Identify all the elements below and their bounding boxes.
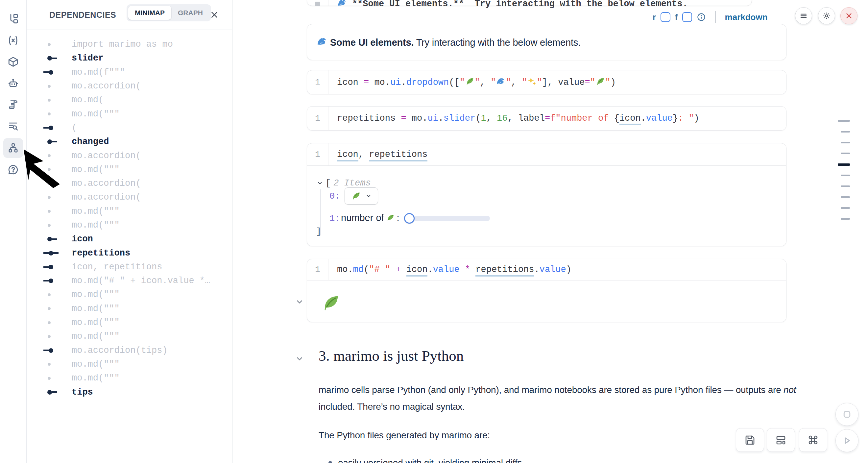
minimap-item-label: icon, repetitions	[72, 262, 162, 272]
minimap-item[interactable]: mo.md("""	[26, 371, 232, 385]
slider-track[interactable]	[412, 216, 490, 221]
collapse-section-chevron-icon[interactable]	[295, 354, 304, 363]
file-tree-icon[interactable]	[3, 9, 23, 29]
minimap-item[interactable]: mo.accordion(tips)	[26, 344, 232, 358]
minimap-item[interactable]: icon	[26, 232, 232, 246]
minimap-item[interactable]: slider	[26, 51, 232, 65]
leaf-emoji-icon	[351, 191, 361, 201]
dependency-graph-icon[interactable]	[3, 138, 23, 158]
scratchpad-search-icon[interactable]	[3, 116, 23, 136]
info-icon[interactable]	[697, 12, 706, 22]
f-checkbox[interactable]	[682, 12, 692, 22]
minimap-item[interactable]: repetitions	[26, 246, 232, 260]
tab-graph[interactable]: GRAPH	[171, 6, 210, 20]
minimap-item[interactable]: mo.md("""	[26, 302, 232, 316]
cell-marker[interactable]	[841, 131, 850, 132]
minimap-item[interactable]: mo.md(f"""	[26, 65, 232, 79]
connector-out-icon	[43, 56, 63, 61]
minimap-item[interactable]: (	[26, 121, 232, 135]
minimap-item[interactable]: import marimo as mo	[26, 37, 232, 51]
cell-marker[interactable]	[838, 163, 850, 166]
md-cell-toolbar: r f markdown	[653, 10, 768, 24]
cell-marker[interactable]	[841, 142, 850, 143]
stop-button[interactable]	[835, 403, 859, 426]
cell-dot-icon	[43, 43, 63, 46]
cell-marker[interactable]	[838, 120, 850, 122]
minimap-item[interactable]: tips	[26, 385, 232, 399]
language-mode-label[interactable]: markdown	[725, 12, 768, 22]
r-checkbox[interactable]	[660, 12, 671, 22]
wave-emoji-icon	[496, 76, 506, 87]
close-bracket: ]	[316, 227, 321, 237]
code-cell-md-concat[interactable]: 1 mo.md("# " + icon.value * repetitions.…	[307, 259, 786, 322]
index-1: 1:	[330, 214, 340, 224]
bullet-item: easily versioned with git, yielding mini…	[329, 455, 789, 463]
connector-both-icon	[43, 251, 63, 255]
collapse-chevron-icon[interactable]	[317, 180, 323, 186]
help-icon[interactable]	[3, 160, 23, 180]
minimap-item[interactable]: mo.md(	[26, 93, 232, 107]
minimap-item[interactable]: mo.md("""	[26, 288, 232, 302]
minimap-item[interactable]: mo.md("# " + icon.value *…	[26, 274, 232, 288]
code-line[interactable]: icon = mo.ui.dropdown(["", "", ""], valu…	[337, 76, 616, 88]
cell-marker[interactable]	[841, 218, 850, 220]
cell-marker[interactable]	[841, 207, 850, 209]
code-line[interactable]: icon, repetitions	[337, 150, 427, 159]
cell-dot-icon	[43, 85, 63, 88]
minimap-item[interactable]: mo.md("""	[26, 330, 232, 343]
minimap-item-label: mo.accordion(	[72, 192, 141, 202]
notebook-menu-button[interactable]	[795, 7, 812, 24]
minimap-item[interactable]: mo.md("""	[26, 358, 232, 371]
code-cell-tuple[interactable]: 1 icon, repetitions [ 2 Items 0: 1: numb…	[307, 143, 786, 246]
md-output-cell[interactable]: Some UI elements. Try interacting with t…	[307, 24, 786, 60]
tab-minimap[interactable]: MINIMAP	[128, 6, 171, 20]
minimap-item[interactable]: mo.accordion(	[26, 190, 232, 204]
minimap-item[interactable]: icon, repetitions	[26, 260, 232, 274]
ai-assistant-icon[interactable]	[3, 74, 23, 93]
code-line[interactable]: repetitions = mo.ui.slider(1, 16, label=…	[337, 114, 699, 123]
open-bracket: [	[326, 178, 331, 188]
minimap-item[interactable]: changed	[26, 135, 232, 149]
connector-out-icon	[43, 140, 63, 144]
collapse-output-chevron-icon[interactable]	[295, 298, 304, 306]
layout-button[interactable]	[767, 428, 795, 452]
leaf-emoji-icon	[465, 76, 475, 87]
minimap-item[interactable]: mo.md("""	[26, 218, 232, 232]
cell-marker[interactable]	[841, 153, 850, 154]
run-button[interactable]	[835, 429, 859, 452]
keyboard-shortcuts-button[interactable]	[799, 428, 827, 452]
packages-icon[interactable]	[3, 52, 23, 72]
settings-gear-button[interactable]	[818, 7, 835, 24]
slider-knob[interactable]	[404, 213, 414, 224]
fstring-label: f	[675, 12, 678, 22]
cell-marker[interactable]	[841, 196, 850, 198]
minimap-item-label: mo.md("""	[72, 165, 120, 175]
close-panel-button[interactable]	[209, 9, 220, 21]
cell-marker[interactable]	[841, 185, 850, 187]
wave-emoji-icon	[337, 0, 347, 7]
md-editor-clipped[interactable]: **Some UI elements.** Try interacting wi…	[307, 0, 752, 6]
minimap-item-label: tips	[72, 388, 93, 397]
minimap-item[interactable]: mo.md("""	[26, 205, 232, 218]
minimap-item-label: mo.md("""	[72, 304, 120, 314]
code-line[interactable]: mo.md("# " + icon.value * repetitions.va…	[337, 265, 571, 275]
dropdown-select[interactable]	[345, 187, 378, 205]
cell-dot-icon	[43, 113, 63, 116]
connector-in-icon	[43, 348, 63, 353]
code-cell-dropdown[interactable]: 1 icon = mo.ui.dropdown(["", "", ""], va…	[307, 70, 786, 94]
cell-marker[interactable]	[841, 175, 850, 176]
shutdown-close-button[interactable]	[840, 7, 858, 24]
minimap-item[interactable]: mo.md("""	[26, 316, 232, 330]
save-button[interactable]	[736, 428, 764, 452]
section-paragraph-1: marimo cells parse Python (and only Pyth…	[319, 381, 799, 415]
variables-icon[interactable]	[3, 31, 23, 50]
minimap-item[interactable]: mo.accordion(	[26, 79, 232, 93]
cell-dot-icon	[43, 196, 63, 199]
minimap-item-label: mo.md("""	[72, 332, 120, 341]
code-cell-slider[interactable]: 1 repetitions = mo.ui.slider(1, 16, labe…	[307, 106, 786, 130]
cell-dot-icon	[43, 321, 63, 324]
chevron-down-icon	[366, 193, 372, 199]
connector-in-icon	[43, 70, 63, 75]
minimap-item[interactable]: mo.md("""	[26, 107, 232, 121]
logs-icon[interactable]	[3, 95, 23, 115]
